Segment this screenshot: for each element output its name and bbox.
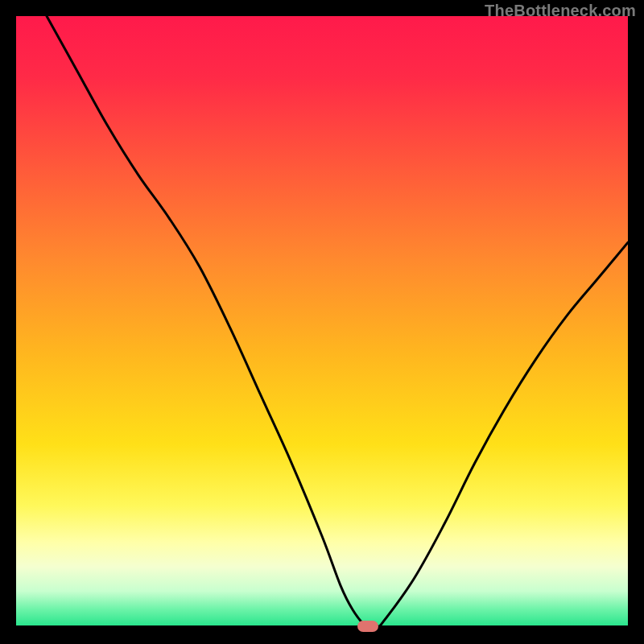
optimal-point-marker xyxy=(357,621,378,632)
plot-area xyxy=(16,16,628,628)
chart-stage: TheBottleneck.com xyxy=(0,0,644,644)
watermark-text: TheBottleneck.com xyxy=(485,2,636,20)
bottleneck-curve xyxy=(16,16,628,628)
x-axis-baseline xyxy=(16,625,628,628)
plot-frame xyxy=(16,16,628,628)
